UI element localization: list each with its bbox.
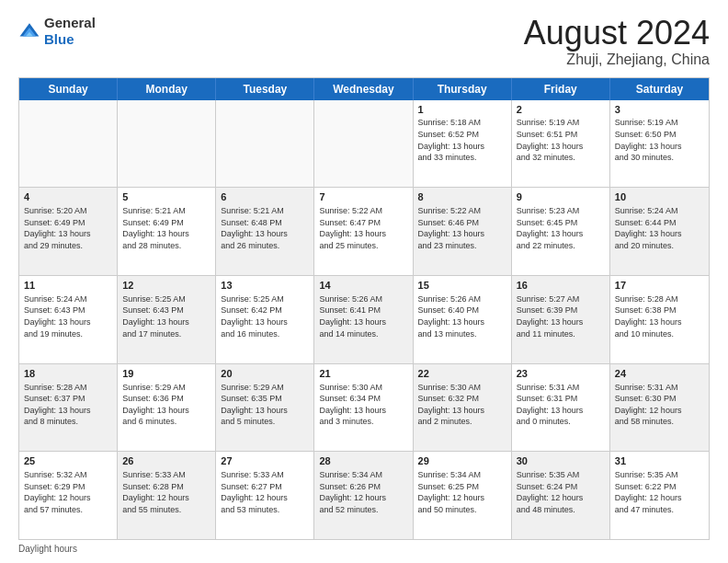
table-row: 25Sunrise: 5:32 AMSunset: 6:29 PMDayligh… (19, 452, 118, 539)
table-row: 17Sunrise: 5:28 AMSunset: 6:38 PMDayligh… (610, 276, 709, 363)
cell-details: Sunrise: 5:20 AMSunset: 6:49 PMDaylight:… (24, 205, 112, 251)
day-number: 15 (418, 279, 506, 293)
cell-details: Sunrise: 5:21 AMSunset: 6:48 PMDaylight:… (221, 205, 309, 251)
table-row: 2Sunrise: 5:19 AMSunset: 6:51 PMDaylight… (512, 100, 610, 188)
table-row: 7Sunrise: 5:22 AMSunset: 6:47 PMDaylight… (314, 188, 413, 275)
table-row: 15Sunrise: 5:26 AMSunset: 6:40 PMDayligh… (414, 276, 512, 363)
cell-details: Sunrise: 5:34 AMSunset: 6:26 PMDaylight:… (319, 469, 407, 515)
calendar-row: 18Sunrise: 5:28 AMSunset: 6:37 PMDayligh… (19, 363, 709, 452)
table-row: 9Sunrise: 5:23 AMSunset: 6:45 PMDaylight… (512, 188, 610, 275)
day-number: 28 (319, 454, 407, 468)
cell-details: Sunrise: 5:26 AMSunset: 6:41 PMDaylight:… (319, 293, 407, 339)
day-number: 13 (221, 279, 309, 293)
day-number: 19 (122, 367, 210, 381)
logo-blue: Blue (44, 31, 96, 48)
cell-details: Sunrise: 5:28 AMSunset: 6:38 PMDaylight:… (615, 293, 704, 339)
day-number: 5 (122, 190, 210, 204)
cell-details: Sunrise: 5:24 AMSunset: 6:43 PMDaylight:… (24, 293, 112, 339)
day-header: Thursday (414, 78, 512, 100)
cell-details: Sunrise: 5:24 AMSunset: 6:44 PMDaylight:… (615, 205, 704, 251)
day-number: 1 (418, 103, 506, 117)
table-row: 21Sunrise: 5:30 AMSunset: 6:34 PMDayligh… (314, 364, 413, 452)
table-row: 20Sunrise: 5:29 AMSunset: 6:35 PMDayligh… (216, 364, 314, 452)
day-number: 7 (319, 190, 407, 204)
cell-details: Sunrise: 5:18 AMSunset: 6:52 PMDaylight:… (418, 117, 506, 163)
table-row: 27Sunrise: 5:33 AMSunset: 6:27 PMDayligh… (216, 452, 314, 539)
cell-details: Sunrise: 5:35 AMSunset: 6:24 PMDaylight:… (517, 469, 605, 515)
day-number: 24 (615, 367, 704, 381)
table-row: 28Sunrise: 5:34 AMSunset: 6:26 PMDayligh… (314, 452, 413, 539)
table-row: 22Sunrise: 5:30 AMSunset: 6:32 PMDayligh… (414, 364, 512, 452)
table-row (19, 100, 118, 188)
table-row: 19Sunrise: 5:29 AMSunset: 6:36 PMDayligh… (118, 364, 216, 452)
daylight-label: Daylight hours (18, 544, 77, 554)
day-number: 20 (221, 367, 309, 381)
table-row: 16Sunrise: 5:27 AMSunset: 6:39 PMDayligh… (512, 276, 610, 363)
table-row: 13Sunrise: 5:25 AMSunset: 6:42 PMDayligh… (216, 276, 314, 363)
day-number: 9 (517, 190, 605, 204)
day-number: 8 (418, 190, 506, 204)
calendar-row: 25Sunrise: 5:32 AMSunset: 6:29 PMDayligh… (19, 451, 709, 539)
logo-general: General (44, 15, 96, 31)
cell-details: Sunrise: 5:33 AMSunset: 6:28 PMDaylight:… (122, 469, 210, 515)
table-row (314, 100, 413, 188)
day-header: Friday (512, 78, 610, 100)
cell-details: Sunrise: 5:19 AMSunset: 6:50 PMDaylight:… (615, 117, 704, 163)
cell-details: Sunrise: 5:30 AMSunset: 6:34 PMDaylight:… (319, 382, 407, 428)
day-number: 10 (615, 190, 704, 204)
cell-details: Sunrise: 5:28 AMSunset: 6:37 PMDaylight:… (24, 382, 112, 428)
table-row: 18Sunrise: 5:28 AMSunset: 6:37 PMDayligh… (19, 364, 118, 452)
day-number: 22 (418, 367, 506, 381)
day-number: 23 (517, 367, 605, 381)
day-number: 21 (319, 367, 407, 381)
cell-details: Sunrise: 5:35 AMSunset: 6:22 PMDaylight:… (615, 469, 704, 515)
cell-details: Sunrise: 5:22 AMSunset: 6:47 PMDaylight:… (319, 205, 407, 251)
day-number: 14 (319, 279, 407, 293)
cell-details: Sunrise: 5:30 AMSunset: 6:32 PMDaylight:… (418, 382, 506, 428)
logo: General Blue (18, 15, 96, 48)
day-number: 18 (24, 367, 112, 381)
day-number: 3 (615, 103, 704, 117)
table-row: 26Sunrise: 5:33 AMSunset: 6:28 PMDayligh… (118, 452, 216, 539)
table-row: 14Sunrise: 5:26 AMSunset: 6:41 PMDayligh… (314, 276, 413, 363)
day-header: Saturday (610, 78, 709, 100)
calendar-header: SundayMondayTuesdayWednesdayThursdayFrid… (19, 78, 709, 100)
day-number: 27 (221, 454, 309, 468)
cell-details: Sunrise: 5:22 AMSunset: 6:46 PMDaylight:… (418, 205, 506, 251)
day-number: 6 (221, 190, 309, 204)
calendar-body: 1Sunrise: 5:18 AMSunset: 6:52 PMDaylight… (19, 100, 709, 539)
cell-details: Sunrise: 5:29 AMSunset: 6:36 PMDaylight:… (122, 382, 210, 428)
table-row: 11Sunrise: 5:24 AMSunset: 6:43 PMDayligh… (19, 276, 118, 363)
cell-details: Sunrise: 5:27 AMSunset: 6:39 PMDaylight:… (517, 293, 605, 339)
table-row: 24Sunrise: 5:31 AMSunset: 6:30 PMDayligh… (610, 364, 709, 452)
table-row: 12Sunrise: 5:25 AMSunset: 6:43 PMDayligh… (118, 276, 216, 363)
table-row (118, 100, 216, 188)
logo-text: General Blue (44, 15, 96, 48)
day-number: 4 (24, 190, 112, 204)
table-row: 3Sunrise: 5:19 AMSunset: 6:50 PMDaylight… (610, 100, 709, 188)
cell-details: Sunrise: 5:19 AMSunset: 6:51 PMDaylight:… (517, 117, 605, 163)
cell-details: Sunrise: 5:33 AMSunset: 6:27 PMDaylight:… (221, 469, 309, 515)
day-number: 26 (122, 454, 210, 468)
cell-details: Sunrise: 5:29 AMSunset: 6:35 PMDaylight:… (221, 382, 309, 428)
day-number: 11 (24, 279, 112, 293)
table-row: 23Sunrise: 5:31 AMSunset: 6:31 PMDayligh… (512, 364, 610, 452)
logo-icon (18, 20, 40, 42)
table-row: 4Sunrise: 5:20 AMSunset: 6:49 PMDaylight… (19, 188, 118, 275)
table-row: 10Sunrise: 5:24 AMSunset: 6:44 PMDayligh… (610, 188, 709, 275)
calendar-row: 11Sunrise: 5:24 AMSunset: 6:43 PMDayligh… (19, 275, 709, 363)
cell-details: Sunrise: 5:26 AMSunset: 6:40 PMDaylight:… (418, 293, 506, 339)
subtitle: Zhuji, Zhejiang, China (524, 52, 710, 68)
cell-details: Sunrise: 5:21 AMSunset: 6:49 PMDaylight:… (122, 205, 210, 251)
cell-details: Sunrise: 5:31 AMSunset: 6:31 PMDaylight:… (517, 382, 605, 428)
day-header: Tuesday (216, 78, 314, 100)
cell-details: Sunrise: 5:34 AMSunset: 6:25 PMDaylight:… (418, 469, 506, 515)
day-number: 12 (122, 279, 210, 293)
day-number: 31 (615, 454, 704, 468)
main-title: August 2024 (524, 15, 710, 52)
day-header: Wednesday (314, 78, 413, 100)
day-number: 17 (615, 279, 704, 293)
table-row: 29Sunrise: 5:34 AMSunset: 6:25 PMDayligh… (414, 452, 512, 539)
day-number: 2 (517, 103, 605, 117)
cell-details: Sunrise: 5:25 AMSunset: 6:42 PMDaylight:… (221, 293, 309, 339)
